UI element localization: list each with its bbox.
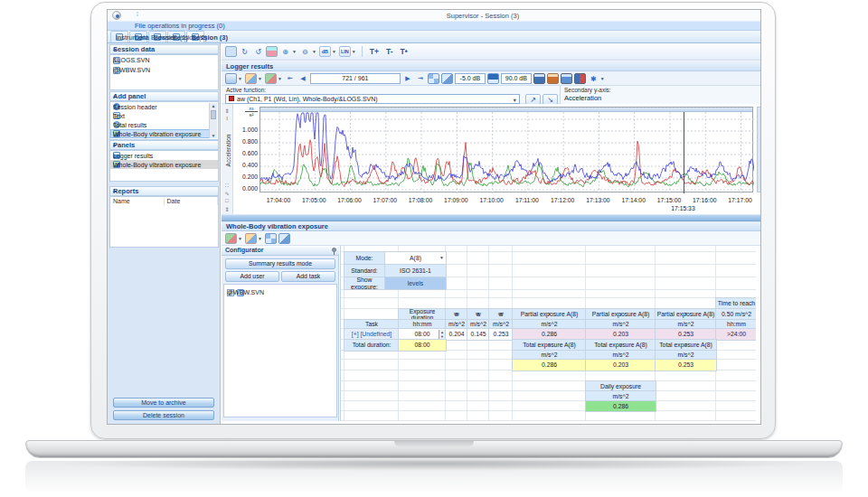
reports-column-date[interactable]: Date [165,197,219,205]
spectrum-small-icon[interactable] [487,73,499,84]
chart-scrollbar[interactable] [757,107,761,192]
y-tick-label: 0.800 [232,138,258,145]
chart-tool-icon-0[interactable]: ⇕ [222,108,232,114]
summary-results-mode-button[interactable]: Summary results mode [225,258,335,269]
reports-header[interactable]: ▴Reports [109,186,219,196]
grid-layout-icon[interactable] [428,73,439,84]
chart-settings-icon[interactable]: ✱ [588,73,599,84]
spinner-icon[interactable]: ▲▼ [439,330,445,339]
window-title: Supervisor - Session (3) [406,12,560,20]
file-operations-bar[interactable]: File operations in progress (0) [108,21,760,31]
item-label: Session header [113,104,157,110]
scale-db-icon[interactable]: dB [319,46,331,57]
panels-layout-icon[interactable] [278,233,290,244]
tab-instrument[interactable]: Instrument [110,31,128,42]
image-export-icon[interactable] [266,46,278,57]
pin-icon[interactable] [332,248,336,252]
quick-access-grip-icon[interactable]: ⁞ [137,11,138,17]
configurator-item-wbw-svn[interactable]: ✓@WBW.SVN [224,287,336,297]
zoom-in-icon[interactable]: ⊕ [279,46,291,57]
text-default-button[interactable]: T• [398,47,410,56]
plot-area[interactable] [259,107,753,192]
export-results-icon[interactable] [245,233,257,244]
grid-layout-icon[interactable] [265,233,277,244]
total-y-value: 0.203 [585,359,656,371]
results-view-icon[interactable] [225,233,237,244]
dropdown-chevron-icon[interactable]: ▼ [332,49,336,54]
panel-splitter[interactable] [222,214,761,221]
secondary-y-axis-box[interactable]: Secondary y-axis: Acceleration [560,86,761,104]
y-tick-label: 0.000 [232,185,258,192]
panels-header[interactable]: ▴Panels [109,140,219,150]
add-user-button[interactable]: Add user [225,271,279,282]
panels-layout-icon[interactable] [441,73,453,84]
tab-label: Session (3) [192,33,228,42]
mode-select[interactable]: A(8)▼ [384,251,447,265]
dropdown-chevron-icon[interactable]: ▼ [352,49,356,54]
record-position-field[interactable]: 721 / 961 [310,73,401,84]
list-item-total-results[interactable]: Total results [110,120,210,129]
next-record-button[interactable]: ▶ [402,75,413,82]
scale-lin-icon[interactable]: LIN [339,46,351,57]
y-tick-label: 0.400 [232,162,258,168]
wbv-panel-header[interactable]: Whole-Body vibration exposure [222,221,761,231]
list-item-wbw-svn[interactable]: @WBW.SVN [110,65,218,75]
chart-tool-bottom-icon-2[interactable]: □ [222,198,232,203]
dropdown-chevron-icon[interactable]: ▼ [312,49,316,54]
view-mode-icon[interactable] [225,73,237,84]
active-function-combobox[interactable]: aw (Ch1, P1 (Wd, Lin), Whole-Body/&LOGS.… [225,94,520,104]
add-panel-scrollbar[interactable]: ▲▼ [209,103,217,138]
dropdown-chevron-icon[interactable]: ▼ [238,76,242,81]
rotate-view-icon[interactable]: ↻ [239,46,250,57]
add-panel-header[interactable]: ▴Add panel [109,91,219,101]
session-data-header[interactable]: ▴Session data [109,44,219,54]
scroll-up-icon[interactable]: ▲ [210,103,217,108]
logger-chart: ⇕I∷∿□⇕ Acceleration m s² 0.0000.2000.400… [222,104,761,214]
palette-icon[interactable] [245,73,257,84]
move-to-archive-button[interactable]: Move to archive [113,398,214,408]
dropdown-chevron-icon[interactable]: ▼ [238,236,242,241]
scroll-down-icon[interactable]: ▼ [210,133,217,138]
wbv-toolbar: ▼▼ [222,231,761,246]
view-thumb-4-icon[interactable] [574,73,586,84]
dropdown-chevron-icon[interactable]: ▼ [258,76,262,81]
scale-min-field[interactable]: -5.0 dB [455,73,486,84]
scale-max-field[interactable]: 90.0 dB [501,73,532,84]
list-item-logger-results[interactable]: Logger results [110,151,218,160]
view-thumb-2-icon[interactable] [547,73,559,84]
previous-record-button[interactable]: ◀ [297,75,308,82]
reports-columns: Name Date [110,197,218,205]
dropdown-chevron-icon[interactable]: ▼ [278,76,282,81]
dropdown-chevron-icon[interactable]: ▼ [600,76,605,81]
view-thumb-3-icon[interactable] [561,73,572,84]
first-record-button[interactable]: ⇤ [285,75,296,82]
refresh-view-icon[interactable]: ↺ [252,46,264,57]
chart-tool-bottom-icon-3[interactable]: ⇕ [222,206,232,212]
zoom-out-icon[interactable]: ⊖ [299,46,311,57]
chevron-down-icon[interactable]: ▼ [439,256,444,261]
list-item-whole-body-vibration-exposure[interactable]: Whole-Body vibration exposure [110,160,218,169]
dropdown-chevron-icon[interactable]: ▼ [258,236,262,241]
app-logo-icon[interactable] [112,11,121,20]
display-view-icon[interactable] [225,46,237,57]
delete-session-button[interactable]: Delete session [113,410,214,420]
grid-line [341,297,756,298]
list-item-whole-body-vibration-exposure[interactable]: Whole-Body vibration exposure [110,129,210,138]
series-colors-icon[interactable] [265,73,277,84]
x-tick-label: 17:14:00 [616,197,652,203]
configurator-header[interactable]: Configurator [222,246,339,256]
add-task-button[interactable]: Add task [281,271,335,282]
logger-results-header[interactable]: Logger results [222,61,761,71]
view-thumb-1-icon[interactable] [533,73,545,84]
list-item-text[interactable]: Text [110,111,210,120]
chart-tool-bottom-icon-1[interactable]: ∿ [222,190,232,196]
dropdown-chevron-icon[interactable]: ▼ [292,49,297,54]
text-increase-button[interactable]: T+ [367,47,382,56]
last-record-button[interactable]: ⇥ [415,75,426,82]
reports-column-name[interactable]: Name [110,197,165,205]
text-decrease-button[interactable]: T- [383,47,396,56]
list-item-logs-svn[interactable]: &LOGS.SVN [110,55,218,65]
show-exposure-button[interactable]: levels [384,277,447,290]
y-axis-unit: m s² [245,106,258,117]
list-item-session-header[interactable]: iSession header [110,102,210,111]
